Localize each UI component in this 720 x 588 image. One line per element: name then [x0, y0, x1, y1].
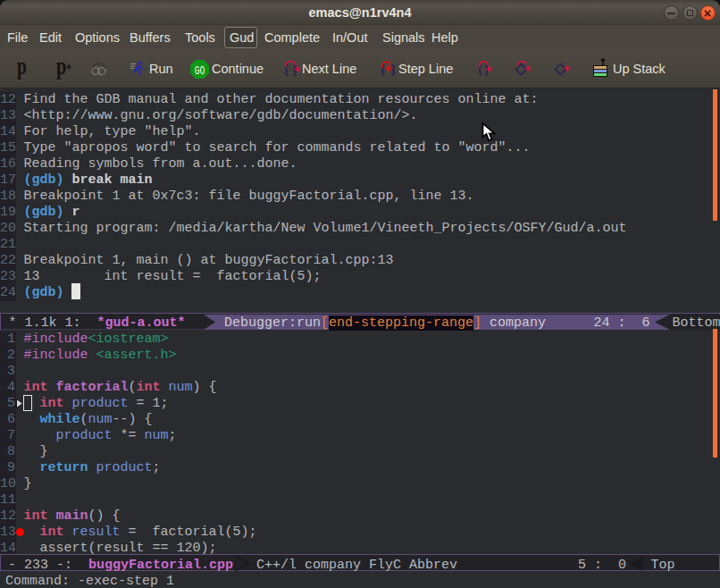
svg-text:GO: GO [195, 64, 205, 78]
